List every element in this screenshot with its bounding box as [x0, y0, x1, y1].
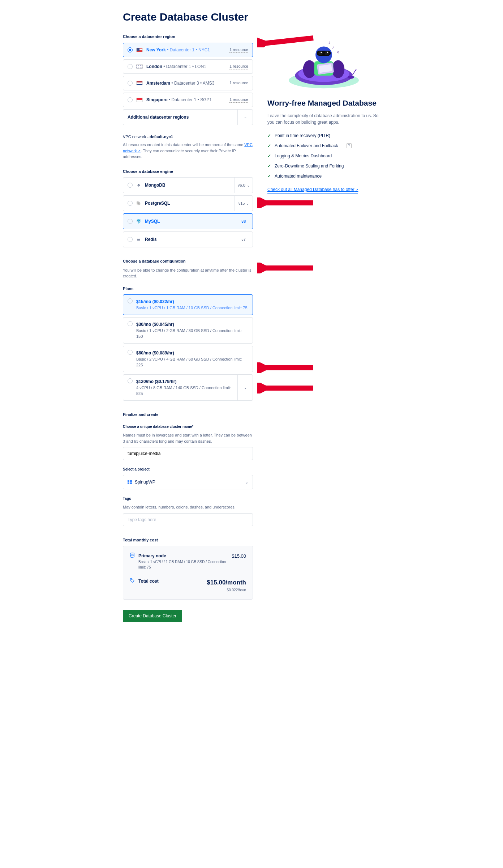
config-subtext: You will be able to change the configura… — [123, 267, 253, 279]
engine-name: MongoDB — [145, 182, 165, 188]
radio-icon — [128, 183, 133, 188]
svg-point-6 — [332, 60, 344, 78]
plan-120-dropdown[interactable]: $120/mo ($0.179/hr) 4 vCPU / 8 GB RAM / … — [123, 374, 253, 401]
plan-spec: Basic / 1 vCPU / 1 GB RAM / 10 GB SSD / … — [136, 305, 248, 311]
flag-sg-icon — [136, 98, 143, 102]
plan-spec: Basic / 2 vCPU / 4 GB RAM / 60 GB SSD / … — [136, 356, 248, 368]
mysql-icon: 🐬 — [136, 219, 141, 224]
project-name: SpinupWP — [135, 479, 242, 485]
plans-heading: Plans — [123, 286, 253, 292]
region-singapore[interactable]: Singapore • Datacenter 1 • SGP1 1 resour… — [123, 93, 253, 107]
engine-postgresql[interactable]: 🐘 PostgreSQL v15⌄ — [123, 195, 253, 211]
engine-redis[interactable]: ☱ Redis v7 — [123, 231, 253, 247]
svg-point-13 — [327, 52, 328, 53]
engine-version: v7 — [235, 232, 253, 247]
region-label: London • Datacenter 1 • LON1 — [146, 63, 206, 70]
check-icon: ✓ — [267, 132, 271, 139]
vpc-description: All resources created in this datacenter… — [123, 142, 253, 160]
cluster-name-help: Names must be in lowercase and start wit… — [123, 432, 253, 444]
promo-title: Worry-free Managed Database — [267, 97, 380, 109]
plan-30[interactable]: $30/mo ($0.045/hr) Basic / 1 vCPU / 2 GB… — [123, 317, 253, 344]
additional-regions-dropdown[interactable]: Additional datacenter regions ⌄ — [123, 109, 253, 125]
region-label: Singapore • Datacenter 1 • SGP1 — [146, 97, 212, 103]
flag-nl-icon — [136, 81, 143, 85]
primary-node-amount: $15.00 — [232, 553, 246, 560]
svg-point-0 — [130, 553, 134, 554]
svg-point-5 — [303, 60, 316, 78]
total-cost-month: $15.00/month — [207, 578, 246, 587]
tags-input[interactable] — [123, 513, 253, 526]
tag-icon — [130, 578, 135, 583]
svg-point-12 — [321, 52, 322, 53]
plan-price: $30/mo ($0.045/hr) — [136, 321, 174, 328]
config-heading: Choose a database configuration — [123, 258, 253, 264]
region-london[interactable]: London • Datacenter 1 • LON1 1 resource — [123, 59, 253, 74]
chevron-down-icon[interactable]: ⌄ — [237, 375, 253, 400]
additional-regions-label: Additional datacenter regions — [128, 114, 189, 120]
engine-mongodb[interactable]: ❖ MongoDB v6.0⌄ — [123, 177, 253, 193]
region-label: New York • Datacenter 1 • NYC1 — [146, 47, 210, 53]
feature-item: ✓Zero-Downtime Scaling and Forking — [267, 161, 380, 171]
engine-heading: Choose a database engine — [123, 169, 253, 175]
create-cluster-button[interactable]: Create Database Cluster — [123, 610, 182, 622]
cluster-name-input[interactable] — [123, 447, 253, 460]
flag-uk-icon — [136, 64, 143, 69]
tags-label: Tags — [123, 496, 253, 501]
chevron-down-icon[interactable]: ⌄ — [237, 110, 253, 125]
plan-price: $120/mo ($0.179/hr) — [136, 378, 176, 385]
radio-icon — [128, 237, 133, 242]
feature-item: ✓Logging & Metrics Dashboard — [267, 151, 380, 161]
resource-badge[interactable]: 1 resource — [229, 80, 248, 86]
feature-item: ✓Automated Failover and Failback ? — [267, 141, 380, 151]
engine-version-select[interactable]: v15⌄ — [235, 196, 253, 211]
cost-heading: Total monthly cost — [123, 537, 253, 543]
redis-icon: ☱ — [136, 237, 141, 242]
promo-lead: Leave the complexity of database adminis… — [267, 112, 380, 125]
help-icon[interactable]: ? — [347, 143, 352, 148]
mongodb-icon: ❖ — [136, 183, 141, 188]
postgresql-icon: 🐘 — [136, 201, 141, 206]
chevron-down-icon: ⌄ — [245, 480, 248, 485]
radio-icon — [128, 201, 133, 206]
resource-badge[interactable]: 1 resource — [229, 97, 248, 103]
engine-name: Redis — [145, 236, 157, 243]
engine-name: MySQL — [145, 218, 160, 225]
project-select[interactable]: SpinupWP ⌄ — [123, 475, 253, 489]
total-cost-label: Total cost — [138, 578, 203, 584]
check-icon: ✓ — [267, 173, 271, 179]
svg-text:♫: ♫ — [336, 50, 339, 54]
feature-item: ✓Point in time recovery (PITR) — [267, 131, 380, 141]
vpc-title: VPC network - default-nyc1 — [123, 134, 253, 140]
region-label: Amsterdam • Datacenter 3 • AMS3 — [146, 80, 215, 86]
svg-text:♩: ♩ — [328, 41, 330, 44]
resource-badge[interactable]: 1 resource — [229, 63, 248, 70]
engine-version: v8 — [235, 214, 253, 229]
chevron-down-icon: ⌄ — [246, 201, 249, 206]
radio-icon — [128, 321, 133, 326]
region-newyork[interactable]: New York • Datacenter 1 • NYC1 1 resourc… — [123, 43, 253, 57]
cost-summary: Primary node Basic / 1 vCPU / 1 GB RAM /… — [123, 546, 253, 600]
project-icon — [128, 480, 132, 484]
promo-link[interactable]: Check out all Managed Database has to of… — [267, 186, 358, 193]
radio-icon — [128, 81, 133, 86]
check-icon: ✓ — [267, 142, 271, 149]
flag-us-icon — [136, 48, 143, 52]
plan-price: $15/mo ($0.022/hr) — [136, 298, 174, 305]
plan-spec: Basic / 1 vCPU / 2 GB RAM / 30 GB SSD / … — [136, 328, 248, 340]
radio-icon — [128, 350, 133, 355]
hero-illustration: ♪ ♫ ♩ — [267, 37, 380, 92]
radio-icon — [128, 219, 133, 224]
svg-point-10 — [318, 51, 323, 55]
engine-version-select[interactable]: v6.0⌄ — [235, 178, 253, 193]
database-icon — [130, 553, 135, 558]
resource-badge[interactable]: 1 resource — [229, 47, 248, 53]
svg-point-16 — [348, 76, 354, 79]
total-cost-hour: $0.022/hour — [207, 587, 246, 593]
plan-15[interactable]: $15/mo ($0.022/hr) Basic / 1 vCPU / 1 GB… — [123, 294, 253, 315]
engine-mysql[interactable]: 🐬 MySQL v8 — [123, 213, 253, 229]
region-amsterdam[interactable]: Amsterdam • Datacenter 3 • AMS3 1 resour… — [123, 76, 253, 90]
plan-60[interactable]: $60/mo ($0.089/hr) Basic / 2 vCPU / 4 GB… — [123, 346, 253, 372]
feature-item: ✓Automated maintenance — [267, 171, 380, 181]
check-icon: ✓ — [267, 163, 271, 169]
page-title: Create Database Cluster — [123, 9, 380, 25]
